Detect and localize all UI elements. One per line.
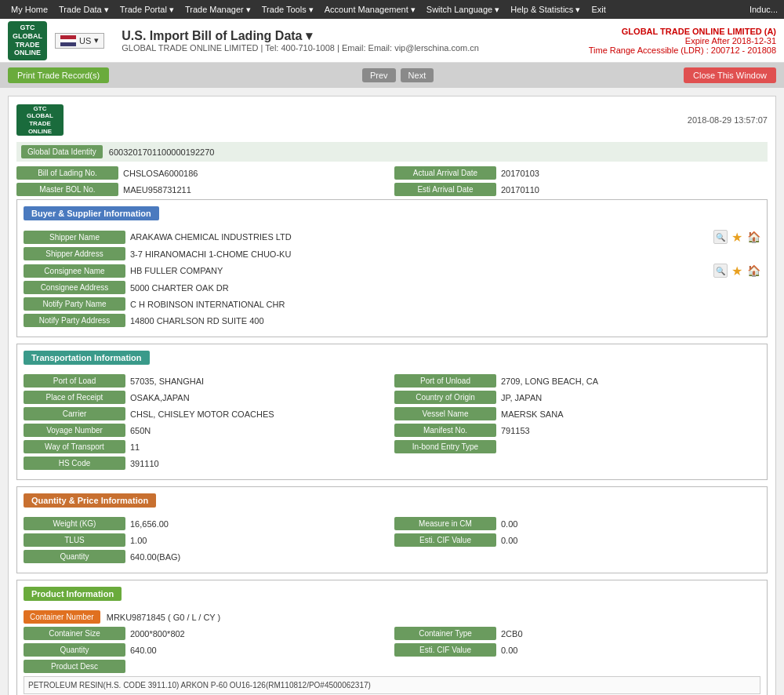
product-esti-cif-label: Esti. CIF Value	[394, 643, 496, 657]
carrier-label: Carrier	[24, 407, 125, 420]
carrier-value: CHSL, CHISLEY MOTOR COACHES	[130, 409, 390, 419]
main-content: GTCGLOBAL TRADEONLINE 2018-08-29 13:57:0…	[0, 88, 784, 695]
port-load-unload-row: Port of Load 57035, SHANGHAI Port of Unl…	[24, 374, 760, 388]
bol-no-label: Bill of Lading No.	[16, 166, 118, 180]
product-qty-label: Quantity	[24, 643, 125, 657]
print-button-top[interactable]: Print Trade Record(s)	[8, 67, 109, 83]
country-origin-field: Country of Origin JP, JAPAN	[394, 391, 760, 404]
vessel-name-value: MAERSK SANA	[501, 409, 760, 419]
esti-cif-field: Esti. CIF Value 0.00	[394, 533, 760, 547]
page-title-arrow-icon: ▾	[306, 29, 312, 42]
port-unload-value: 2709, LONG BEACH, CA	[501, 377, 760, 386]
manifest-no-label: Manifest No.	[394, 424, 496, 437]
voyage-field: Voyage Number 650N	[24, 424, 390, 437]
nav-trade-manager[interactable]: Trade Manager ▾	[180, 0, 256, 19]
consignee-addr-row: Consignee Address 5000 CHARTER OAK DR	[24, 281, 760, 294]
nav-account-management[interactable]: Account Management ▾	[320, 0, 420, 19]
product-qty-value: 640.00	[130, 646, 390, 655]
container-type-label: Container Type	[394, 627, 496, 640]
notify-party-addr-value: 14800 CHARLSON RD SUITE 400	[130, 316, 760, 326]
container-size-value: 2000*800*802	[130, 629, 390, 639]
esti-arrival-field: Esti Arrival Date 20170110	[394, 183, 768, 196]
record-datetime: 2018-08-29 13:57:07	[688, 115, 768, 125]
consignee-star-icon[interactable]: ★	[730, 264, 744, 278]
page-subtitle: GLOBAL TRADE ONLINE LIMITED | Tel: 400-7…	[122, 43, 479, 53]
time-range-label: Time Range Accessible (LDR) : 200712 - 2…	[589, 45, 776, 55]
record-card: GTCGLOBAL TRADEONLINE 2018-08-29 13:57:0…	[8, 96, 776, 695]
product-qty-cif-row: Quantity 640.00 Esti. CIF Value 0.00	[24, 643, 760, 657]
port-unload-field: Port of Unload 2709, LONG BEACH, CA	[394, 374, 760, 388]
global-data-value: 6003201701100000192270	[109, 147, 215, 157]
container-size-type-row: Container Size 2000*800*802 Container Ty…	[24, 627, 760, 640]
product-header: Product Information	[24, 587, 122, 601]
container-type-value: 2CB0	[501, 629, 760, 639]
flag-dropdown-icon: ▾	[94, 35, 99, 45]
consignee-name-label: Consignee Name	[24, 264, 125, 278]
voyage-manifest-row: Voyage Number 650N Manifest No. 791153	[24, 424, 760, 437]
voyage-label: Voyage Number	[24, 424, 125, 437]
expire-label: Expire After 2018-12-31	[589, 36, 776, 45]
shipper-home-icon[interactable]: 🏠	[746, 230, 760, 244]
hs-code-row: HS Code 391110	[24, 457, 760, 470]
flag-selector[interactable]: US ▾	[55, 33, 104, 49]
header-left: GTCGLOBAL TRADEONLINE US ▾ U.S. Import B…	[8, 21, 479, 60]
buyer-supplier-section: Buyer & Supplier Information Shipper Nam…	[16, 199, 768, 337]
product-esti-cif-field: Esti. CIF Value 0.00	[394, 643, 760, 657]
next-button-top[interactable]: Next	[401, 68, 434, 82]
port-load-value: 57035, SHANGHAI	[130, 377, 390, 386]
receipt-origin-row: Place of Receipt OSAKA,JAPAN Country of …	[24, 391, 760, 404]
container-type-field: Container Type 2CB0	[394, 627, 760, 640]
global-data-label: Global Data Identity	[21, 145, 103, 158]
nav-switch-language[interactable]: Switch Language ▾	[422, 0, 504, 19]
us-flag-icon	[60, 35, 76, 46]
consignee-addr-value: 5000 CHARTER OAK DR	[130, 283, 760, 293]
shipper-star-icon[interactable]: ★	[730, 230, 744, 244]
top-navigation: My Home Trade Data ▾ Trade Portal ▾ Trad…	[0, 0, 784, 19]
master-bol-label: Master BOL No.	[16, 183, 118, 196]
company-name-right: GLOBAL TRADE ONLINE LIMITED (A)	[589, 27, 776, 36]
nav-trade-tools[interactable]: Trade Tools ▾	[257, 0, 318, 19]
way-transport-value: 11	[130, 442, 390, 452]
page-title: U.S. Import Bill of Lading Data ▾	[122, 28, 479, 43]
inbond-label: In-bond Entry Type	[394, 440, 496, 453]
shipper-addr-value: 3-7 HIRANOMACHI 1-CHOME CHUO-KU	[130, 249, 760, 259]
product-desc-label: Product Desc	[24, 660, 125, 673]
consignee-name-value: HB FULLER COMPANY	[130, 266, 713, 275]
consignee-name-row: Consignee Name HB FULLER COMPANY 🔍 ★ 🏠	[24, 264, 760, 278]
nav-help-statistics[interactable]: Help & Statistics ▾	[506, 0, 585, 19]
consignee-search-icon[interactable]: 🔍	[713, 264, 728, 278]
weight-value: 16,656.00	[130, 519, 390, 529]
way-transport-field: Way of Transport 11	[24, 440, 390, 453]
prev-button-top[interactable]: Prev	[362, 68, 396, 82]
esti-arrival-value: 20170110	[501, 185, 768, 195]
master-bol-row: Master BOL No. MAEU958731211 Esti Arriva…	[16, 183, 768, 196]
shipper-search-icon[interactable]: 🔍	[713, 230, 728, 244]
consignee-home-icon[interactable]: 🏠	[746, 264, 760, 278]
nav-exit[interactable]: Exit	[586, 0, 610, 19]
country-origin-label: Country of Origin	[394, 391, 496, 404]
product-desc-row: Product Desc	[24, 660, 760, 673]
shipper-name-row: Shipper Name ARAKAWA CHEMICAL INDUSTRIES…	[24, 230, 760, 244]
carrier-vessel-row: Carrier CHSL, CHISLEY MOTOR COACHES Vess…	[24, 407, 760, 420]
port-unload-label: Port of Unload	[394, 374, 496, 388]
notify-party-name-label: Notify Party Name	[24, 297, 125, 311]
actual-arrival-field: Actual Arrival Date 20170103	[394, 166, 768, 180]
container-size-label: Container Size	[24, 627, 125, 640]
quantity-price-section: Quantity & Price Information Weight (KG)…	[16, 486, 768, 573]
nav-user: Induc...	[750, 5, 778, 14]
global-data-identity-row: Global Data Identity 6003201701100000192…	[16, 142, 768, 162]
tlus-esti-row: TLUS 1.00 Esti. CIF Value 0.00	[24, 533, 760, 547]
bol-no-field: Bill of Lading No. CHSLOSA6000186	[16, 166, 390, 180]
close-button-top[interactable]: Close This Window	[684, 67, 776, 83]
measure-label: Measure in CM	[394, 517, 496, 530]
nav-my-home[interactable]: My Home	[6, 0, 53, 19]
voyage-value: 650N	[130, 426, 390, 435]
quantity-label: Quantity	[24, 550, 125, 563]
header-bar: GTCGLOBAL TRADEONLINE US ▾ U.S. Import B…	[0, 19, 784, 63]
weight-measure-row: Weight (KG) 16,656.00 Measure in CM 0.00	[24, 517, 760, 530]
shipper-addr-row: Shipper Address 3-7 HIRANOMACHI 1-CHOME …	[24, 247, 760, 260]
nav-trade-data[interactable]: Trade Data ▾	[54, 0, 114, 19]
company-logo: GTCGLOBAL TRADEONLINE	[8, 21, 47, 60]
esti-arrival-label: Esti Arrival Date	[394, 183, 496, 196]
nav-trade-portal[interactable]: Trade Portal ▾	[115, 0, 179, 19]
